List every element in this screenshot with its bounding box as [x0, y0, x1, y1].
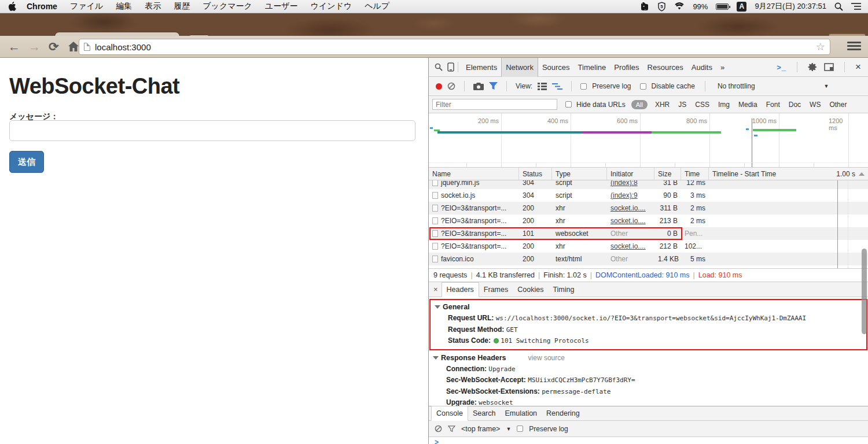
disable-cache-label[interactable]: Disable cache: [652, 82, 695, 90]
notification-center-icon[interactable]: [851, 2, 861, 10]
console-tab-console[interactable]: Console: [431, 406, 468, 421]
devtools-tab-elements[interactable]: Elements: [462, 58, 501, 77]
address-bar[interactable]: localhost:3000 ☆: [79, 39, 830, 55]
console-tab-emulation[interactable]: Emulation: [500, 406, 542, 420]
resource-filter-ws[interactable]: WS: [808, 101, 822, 109]
more-tabs-button[interactable]: »: [716, 58, 729, 77]
general-title-row[interactable]: General: [431, 301, 866, 313]
bookmark-star-icon[interactable]: ☆: [816, 40, 825, 53]
detail-tab-frames[interactable]: Frames: [479, 283, 513, 297]
col-type[interactable]: Type: [552, 168, 607, 180]
col-time[interactable]: Time: [681, 168, 709, 180]
menu-item-5[interactable]: ユーザー: [265, 1, 298, 12]
throttling-dropdown-arrow[interactable]: ▼: [824, 83, 829, 89]
detail-tab-headers[interactable]: Headers: [442, 282, 479, 297]
network-overview[interactable]: 200 ms400 ms600 ms800 ms1000 ms1200 ms: [429, 113, 868, 168]
frame-selector[interactable]: <top frame>: [461, 425, 500, 433]
resource-filter-media[interactable]: Media: [737, 101, 759, 109]
preserve-log-checkbox[interactable]: [580, 83, 587, 90]
menu-item-0[interactable]: ファイル: [70, 1, 103, 12]
menu-item-7[interactable]: ヘルプ: [365, 1, 389, 12]
console-filter-icon[interactable]: [448, 426, 455, 432]
hide-data-urls-label[interactable]: Hide data URLs: [576, 101, 626, 109]
evernote-icon[interactable]: [641, 2, 649, 11]
chrome-menu-button[interactable]: [847, 42, 861, 52]
console-tab-search[interactable]: Search: [468, 406, 501, 420]
inspect-search-icon[interactable]: [435, 63, 443, 71]
detail-tab-timing[interactable]: Timing: [548, 283, 579, 297]
devtools-tab-network[interactable]: Network: [501, 58, 538, 77]
col-size[interactable]: Size: [654, 168, 681, 180]
devtools-tab-sources[interactable]: Sources: [538, 58, 574, 77]
network-row--EIO-3-transport-[interactable]: ?EIO=3&transport=...200xhrsocket.io....2…: [429, 240, 868, 253]
resource-filter-css[interactable]: CSS: [694, 101, 711, 109]
menu-chrome[interactable]: Chrome: [27, 2, 57, 11]
disable-cache-checkbox[interactable]: [640, 83, 646, 90]
initiator-link[interactable]: socket.io....: [610, 204, 646, 212]
initiator-link[interactable]: socket.io....: [610, 242, 646, 250]
resource-filter-doc[interactable]: Doc: [788, 101, 802, 109]
shield-icon[interactable]: 5: [657, 2, 666, 12]
back-button[interactable]: ←: [8, 40, 20, 53]
network-row--EIO-3-transport-[interactable]: ?EIO=3&transport=...101websocketOther0 B…: [429, 227, 868, 240]
clear-button[interactable]: [447, 82, 455, 90]
filter-funnel-icon[interactable]: [489, 82, 498, 90]
resource-filter-xhr[interactable]: XHR: [654, 101, 671, 109]
resource-filter-other[interactable]: Other: [828, 101, 848, 109]
console-prompt[interactable]: >: [429, 437, 868, 444]
initiator-link[interactable]: socket.io....: [610, 217, 646, 225]
console-clear-icon[interactable]: [435, 425, 442, 432]
hide-data-urls-checkbox[interactable]: [565, 101, 572, 108]
table-scrollbar[interactable]: [862, 249, 867, 334]
message-input[interactable]: [9, 120, 415, 141]
menu-item-3[interactable]: 履歴: [174, 1, 190, 12]
menu-item-2[interactable]: 表示: [145, 1, 161, 12]
resource-filter-all[interactable]: All: [631, 100, 648, 109]
network-row--EIO-3-transport-[interactable]: ?EIO=3&transport=...200xhrsocket.io....3…: [429, 202, 868, 214]
device-mode-icon[interactable]: [447, 62, 454, 72]
network-row--EIO-3-transport-[interactable]: ?EIO=3&transport=...200xhrsocket.io....2…: [429, 214, 868, 227]
devtools-tab-audits[interactable]: Audits: [687, 58, 716, 77]
devtools-tab-resources[interactable]: Resources: [643, 58, 687, 77]
initiator-link[interactable]: (index):8: [610, 180, 638, 187]
col-initiator[interactable]: Initiator: [607, 168, 654, 180]
filter-input[interactable]: [432, 99, 557, 110]
network-row-favicon-ico[interactable]: favicon.ico200text/htmlOther1.4 KB5 ms: [429, 253, 868, 265]
url-text[interactable]: localhost:3000: [95, 42, 151, 52]
resource-filter-img[interactable]: Img: [717, 101, 731, 109]
detail-tab-cookies[interactable]: Cookies: [513, 283, 548, 297]
devtools-tab-profiles[interactable]: Profiles: [610, 58, 643, 77]
view-list-icon[interactable]: [538, 83, 547, 90]
col-timeline[interactable]: Timeline - Start Time1.00 s: [709, 168, 868, 180]
record-button[interactable]: [436, 83, 442, 90]
console-toggle-icon[interactable]: >_: [777, 63, 786, 72]
settings-gear-icon[interactable]: [808, 62, 817, 72]
console-preserve-log-label[interactable]: Preserve log: [529, 425, 568, 433]
wifi-icon[interactable]: [674, 2, 685, 10]
preserve-log-label[interactable]: Preserve log: [592, 82, 631, 90]
menu-item-4[interactable]: ブックマーク: [203, 1, 252, 12]
screenshot-camera-icon[interactable]: [473, 83, 484, 90]
console-preserve-log-checkbox[interactable]: [517, 426, 523, 432]
initiator-link[interactable]: (index):9: [610, 191, 638, 199]
network-row-jquery-min-js[interactable]: jquery.min.js304script(index):831 B12 ms: [429, 180, 868, 189]
home-button[interactable]: [68, 42, 79, 51]
view-source-link[interactable]: view source: [528, 354, 565, 362]
menu-item-1[interactable]: 編集: [116, 1, 132, 12]
frame-dropdown-arrow[interactable]: ▼: [506, 426, 511, 432]
resource-filter-js[interactable]: JS: [677, 101, 687, 109]
network-row-socket-io-js[interactable]: socket.io.js304script(index):990 B3 ms: [429, 189, 868, 202]
dock-side-icon[interactable]: [824, 63, 834, 71]
resource-filter-font[interactable]: Font: [765, 101, 781, 109]
send-button[interactable]: 送信: [9, 151, 44, 173]
reload-button[interactable]: ⟳: [49, 40, 59, 53]
menubar-clock[interactable]: 9月27日(日) 20:37:51: [755, 1, 826, 12]
apple-icon[interactable]: [8, 2, 16, 11]
col-status[interactable]: Status: [519, 168, 552, 180]
devtools-close-icon[interactable]: ×: [855, 61, 861, 73]
console-tab-rendering[interactable]: Rendering: [542, 406, 584, 420]
view-waterfall-icon[interactable]: [552, 83, 562, 90]
input-source-icon[interactable]: A: [737, 2, 746, 12]
throttling-select[interactable]: No throttling: [718, 82, 755, 90]
response-headers-title-row[interactable]: Response Headersview source: [429, 352, 868, 364]
